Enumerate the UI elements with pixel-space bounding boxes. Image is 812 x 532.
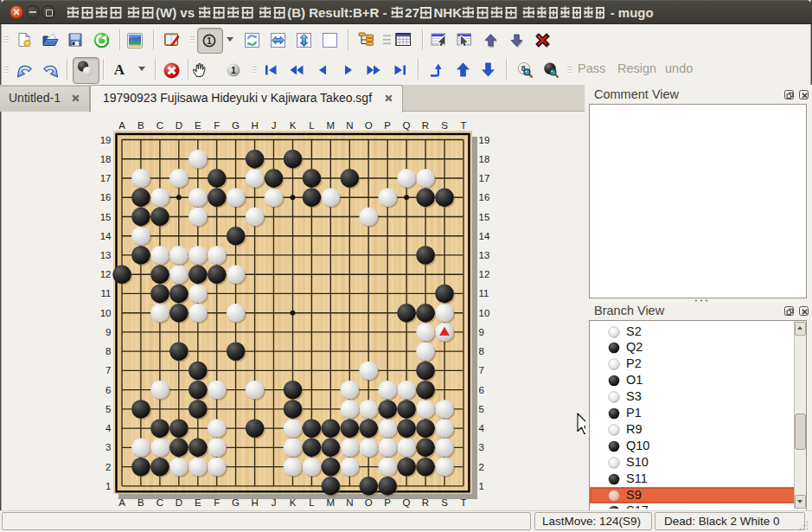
svg-text:2: 2 [105,462,111,472]
svg-text:7: 7 [105,365,111,375]
svg-text:18: 18 [100,154,112,164]
svg-text:15: 15 [100,212,112,222]
svg-text:10: 10 [479,308,490,318]
svg-text:1: 1 [479,481,484,491]
svg-text:M: M [327,120,336,131]
svg-text:H: H [251,497,258,508]
svg-text:P: P [384,120,391,131]
svg-text:16: 16 [479,192,490,202]
svg-text:19: 19 [479,135,490,145]
svg-text:R: R [422,120,429,131]
svg-text:1: 1 [231,65,236,75]
svg-text:27: 27 [405,5,419,20]
svg-text:6: 6 [479,385,484,395]
svg-text:N: N [346,497,353,508]
svg-text:8: 8 [479,346,484,356]
svg-text:2: 2 [479,462,484,472]
svg-text:10: 10 [100,308,112,318]
svg-text:(W) vs: (W) vs [156,5,198,20]
svg-text:14: 14 [479,231,490,241]
svg-text:- mugo: - mugo [607,5,654,20]
svg-text:12: 12 [100,269,112,279]
svg-text:K: K [290,120,297,131]
svg-text:F: F [214,120,220,131]
svg-text:D: D [176,497,182,508]
svg-text:7: 7 [479,365,484,375]
svg-text:H: H [251,120,258,131]
svg-text:18: 18 [479,154,490,164]
svg-text:(B) Result:B+R -: (B) Result:B+R - [287,5,391,20]
svg-text:8: 8 [105,346,111,356]
svg-text:O: O [365,497,373,508]
svg-text:17: 17 [100,173,112,183]
svg-text:3: 3 [105,442,111,452]
svg-text:G: G [232,120,240,131]
svg-text:C: C [157,497,163,508]
svg-text:R: R [422,497,429,508]
svg-text:17: 17 [479,173,490,183]
svg-text:T: T [460,497,466,508]
svg-text:11: 11 [101,288,112,298]
svg-text:G: G [232,497,240,508]
svg-text:S: S [441,497,448,508]
svg-text:A: A [118,497,125,508]
svg-text:11: 11 [479,288,489,298]
svg-text:E: E [195,497,201,508]
svg-text:13: 13 [479,250,490,260]
svg-text:12: 12 [479,269,490,279]
svg-text:S: S [441,120,448,131]
svg-text:3: 3 [479,442,484,452]
svg-text:P: P [384,497,391,508]
svg-text:15: 15 [479,212,490,222]
svg-text:B: B [137,497,144,508]
svg-text:B: B [137,120,144,131]
svg-text:M: M [327,497,336,508]
svg-text:4: 4 [479,423,485,433]
svg-text:19: 19 [100,135,112,145]
svg-text:5: 5 [105,404,111,414]
svg-text:6: 6 [105,385,111,395]
svg-text:O: O [365,120,373,131]
svg-text:J: J [272,120,277,131]
svg-text:9: 9 [105,327,111,337]
svg-text:C: C [157,120,163,131]
svg-text:13: 13 [100,250,112,260]
svg-text:4: 4 [105,423,112,433]
svg-text:Q: Q [403,497,411,508]
svg-text:NHK: NHK [434,5,463,20]
svg-text:D: D [176,120,182,131]
svg-text:A: A [118,120,125,131]
svg-text:F: F [214,497,220,508]
svg-text:Q: Q [403,120,411,131]
svg-text:5: 5 [479,404,484,414]
svg-text:9: 9 [479,327,484,337]
svg-text:1: 1 [105,481,111,491]
svg-text:L: L [309,120,315,131]
svg-text:16: 16 [100,192,112,202]
svg-text:K: K [290,497,297,508]
svg-text:14: 14 [100,231,112,241]
svg-text:N: N [346,120,353,131]
svg-text:E: E [195,120,201,131]
svg-text:A: A [114,61,125,76]
svg-text:T: T [460,120,466,131]
svg-text:1: 1 [207,35,212,46]
svg-text:L: L [309,497,315,508]
svg-text:J: J [272,497,277,508]
